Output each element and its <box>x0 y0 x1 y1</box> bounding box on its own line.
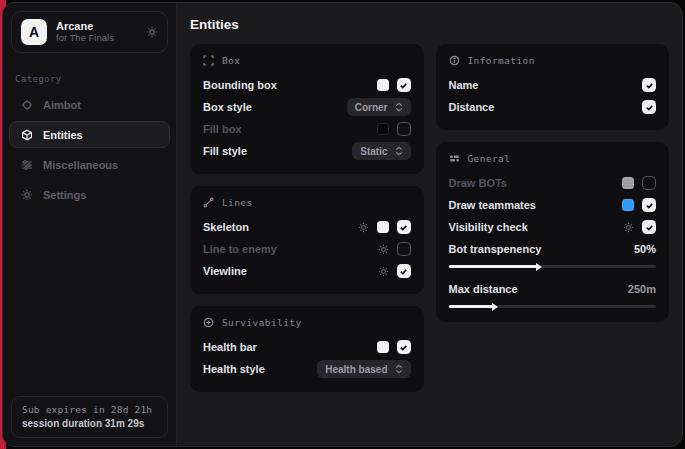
panel-survivability: Survivability Health bar <box>190 306 424 392</box>
gear-icon[interactable] <box>378 244 389 255</box>
max-distance-slider[interactable] <box>449 305 657 308</box>
sidebar-item-label: Aimbot <box>43 99 81 111</box>
sidebar-item-miscellaneous[interactable]: Miscellaneous <box>9 151 170 178</box>
checkbox[interactable] <box>397 264 411 278</box>
setting-row: Draw teammates <box>449 194 657 216</box>
sidebar: A Arcane for The Finals Category <box>3 3 177 446</box>
info-icon <box>449 55 460 66</box>
session-duration-text: session duration 31m 29s <box>22 418 157 429</box>
slider-thumb[interactable] <box>492 303 498 311</box>
checkbox[interactable] <box>642 176 656 190</box>
setting-row: Fill box <box>203 118 411 140</box>
box-corners-icon <box>203 55 214 66</box>
sidebar-nav: Aimbot Entities Mi <box>3 91 176 208</box>
bot-transparency-slider[interactable] <box>449 265 657 268</box>
panel-title: Box <box>222 55 240 66</box>
panel-box: Box Bounding box Box <box>190 44 424 174</box>
setting-row: Bounding box <box>203 74 411 96</box>
setting-row: Draw BOTs <box>449 172 657 194</box>
slider-thumb[interactable] <box>536 263 542 271</box>
panel-title: Information <box>468 55 535 66</box>
checkbox[interactable] <box>642 100 656 114</box>
brand-card: A Arcane for The Finals <box>11 11 168 53</box>
page-title: Entities <box>190 17 669 32</box>
checkbox[interactable] <box>397 78 411 92</box>
slider-value: 250m <box>628 283 656 295</box>
chevron-up-down-icon <box>395 146 403 156</box>
gear-icon <box>20 189 33 201</box>
sidebar-item-label: Settings <box>43 189 86 201</box>
chevron-up-down-icon <box>395 102 403 112</box>
health-style-dropdown[interactable]: Health based <box>317 360 410 378</box>
grid-icon <box>449 153 460 164</box>
checkbox[interactable] <box>642 198 656 212</box>
panel-general: General Draw BOTs Draw teammates <box>436 142 670 322</box>
panel-lines: Lines Skeleton <box>190 186 424 294</box>
panel-information: Information Name Distance <box>436 44 670 130</box>
color-swatch[interactable] <box>377 123 389 135</box>
color-swatch[interactable] <box>622 199 634 211</box>
color-swatch[interactable] <box>622 177 634 189</box>
box-style-dropdown[interactable]: Corner <box>347 98 411 116</box>
checkbox[interactable] <box>397 220 411 234</box>
checkbox[interactable] <box>397 340 411 354</box>
app-window: A Arcane for The Finals Category <box>2 2 683 447</box>
setting-row: Name <box>449 74 657 96</box>
gear-icon[interactable] <box>623 222 634 233</box>
panel-title: General <box>468 153 511 164</box>
fill-style-dropdown[interactable]: Static <box>352 142 410 160</box>
setting-row: Health bar <box>203 336 411 358</box>
panel-title: Survivability <box>222 317 302 328</box>
setting-row: Distance <box>449 96 657 118</box>
gear-icon[interactable] <box>378 266 389 277</box>
category-label: Category <box>15 74 164 84</box>
right-column: Information Name Distance <box>436 44 670 322</box>
crosshair-icon <box>20 99 33 111</box>
setting-row: Viewline <box>203 260 411 282</box>
sidebar-item-entities[interactable]: Entities <box>9 121 170 148</box>
main-content: Entities Box <box>177 3 682 446</box>
sidebar-item-label: Miscellaneous <box>43 159 118 171</box>
setting-row: Skeleton <box>203 216 411 238</box>
health-icon <box>203 317 214 328</box>
checkbox[interactable] <box>642 78 656 92</box>
slider-label-row: Bot transpenency 50% <box>449 238 657 260</box>
setting-row: Line to enemy <box>203 238 411 260</box>
subscription-status-card: Sub expires in 28d 21h session duration … <box>11 396 168 438</box>
gear-icon[interactable] <box>146 26 158 38</box>
setting-row: Box style Corner <box>203 96 411 118</box>
chevron-up-down-icon <box>395 364 403 374</box>
line-icon <box>203 197 214 208</box>
app-logo: A <box>21 19 47 45</box>
checkbox[interactable] <box>397 242 411 256</box>
cube-icon <box>20 129 33 141</box>
gear-icon[interactable] <box>358 222 369 233</box>
setting-row: Health style Health based <box>203 358 411 380</box>
sidebar-item-aimbot[interactable]: Aimbot <box>9 91 170 118</box>
sliders-icon <box>20 159 33 171</box>
left-column: Box Bounding box Box <box>190 44 424 392</box>
setting-row: Visibility check <box>449 216 657 238</box>
sidebar-item-settings[interactable]: Settings <box>9 181 170 208</box>
sidebar-item-label: Entities <box>43 129 83 141</box>
slider-label-row: Max distance 250m <box>449 278 657 300</box>
screen: A Arcane for The Finals Category <box>0 0 685 449</box>
color-swatch[interactable] <box>377 341 389 353</box>
panel-title: Lines <box>222 197 253 208</box>
app-subtitle: for The Finals <box>56 33 137 44</box>
color-swatch[interactable] <box>377 221 389 233</box>
color-swatch[interactable] <box>377 79 389 91</box>
app-title: Arcane <box>56 20 137 33</box>
checkbox[interactable] <box>397 122 411 136</box>
checkbox[interactable] <box>642 220 656 234</box>
slider-value: 50% <box>634 243 656 255</box>
setting-row: Fill style Static <box>203 140 411 162</box>
sub-expiry-text: Sub expires in 28d 21h <box>22 404 157 415</box>
